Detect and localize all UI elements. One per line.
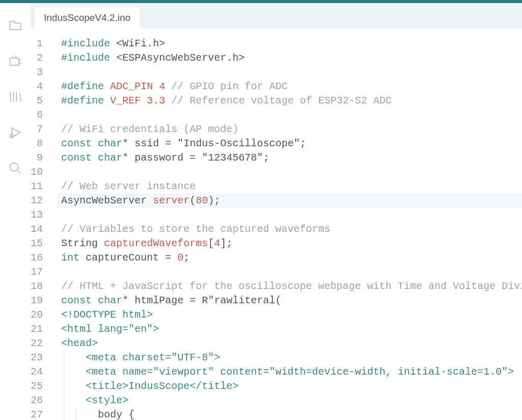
code-line[interactable]: int captureCount = 0; (57, 251, 522, 265)
code-token: V_REF (110, 95, 141, 107)
line-number: 21 (31, 322, 43, 336)
line-number: 22 (31, 336, 43, 351)
line-number: 3 (31, 65, 43, 80)
code-token: │ (61, 409, 73, 420)
code-token: "Indus-Oscilloscope" (177, 138, 300, 149)
code-token: <!DOCTYPE html> (61, 309, 153, 321)
svg-rect-0 (10, 58, 19, 65)
line-number: 6 (31, 108, 43, 122)
code-token: const (61, 295, 92, 306)
line-number: 7 (31, 122, 43, 137)
code-token: 0 (177, 252, 184, 264)
search-icon[interactable] (7, 160, 23, 176)
code-line[interactable] (57, 108, 522, 122)
code-line[interactable]: const char* ssid = "Indus-Oscilloscope"; (57, 137, 522, 151)
code-token: * ssid = (122, 138, 177, 149)
code-token: │ (73, 409, 86, 420)
code-line[interactable]: │ <meta charset="UTF-8"> (57, 351, 522, 365)
code-line[interactable]: #define ADC_PIN 4 // GPIO pin for ADC (57, 80, 522, 94)
main-container: IndusScopeV4.2.ino 123456789101112131415… (0, 3, 522, 420)
code-line[interactable]: │ │ body { (57, 408, 522, 420)
code-line[interactable]: // WiFi credentials (AP mode) (57, 122, 522, 137)
line-number: 16 (31, 251, 43, 265)
code-editor[interactable]: 1234567891011121314151617181920212223242… (31, 29, 522, 420)
code-token: ; (184, 252, 190, 264)
boards-icon[interactable] (7, 53, 23, 69)
code-token: * password = (122, 152, 202, 164)
line-number: 11 (31, 179, 43, 194)
code-token: String (61, 238, 104, 249)
code-line[interactable]: const char* password = "12345678"; (57, 151, 522, 165)
code-line[interactable] (57, 65, 522, 80)
content-area: IndusScopeV4.2.ino 123456789101112131415… (31, 3, 522, 420)
code-token: │ (61, 366, 73, 378)
code-line[interactable]: // Web server instance (57, 179, 522, 194)
code-token (165, 95, 171, 107)
sidebar (0, 3, 31, 420)
code-line[interactable]: AsyncWebServer server(80); (57, 194, 522, 208)
code-line[interactable]: #include <WiFi.h> (57, 37, 522, 51)
code-token: // Reference voltage of ESP32-S2 ADC (171, 95, 392, 107)
code-line[interactable]: // Variables to store the captured wavef… (57, 222, 522, 237)
line-number: 26 (31, 393, 43, 408)
code-token: <title>IndusScope</title> (86, 380, 239, 392)
svg-point-2 (10, 163, 18, 171)
line-number: 1 (31, 37, 43, 51)
code-token: // Variables to store the captured wavef… (61, 223, 330, 235)
code-line[interactable]: const char* htmlPage = R"rawliteral( (57, 294, 522, 308)
code-line[interactable]: String capturedWaveforms[4]; (57, 237, 522, 251)
code-line[interactable] (57, 265, 522, 279)
code-token: #define (61, 95, 104, 107)
code-token: const (61, 152, 92, 164)
code-line[interactable]: <head> (57, 336, 522, 351)
line-number: 15 (31, 237, 43, 251)
code-token: ; (263, 152, 269, 164)
code-line[interactable]: │ <meta name="viewport" content="width=d… (57, 365, 522, 379)
line-number: 4 (31, 80, 43, 94)
code-token: const (61, 138, 92, 149)
code-token (73, 395, 86, 406)
code-token: <html lang="en"> (61, 323, 159, 335)
tab-file[interactable]: IndusScopeV4.2.ino (35, 7, 140, 29)
code-token: int (61, 252, 80, 264)
code-token (153, 81, 159, 92)
code-line[interactable]: #include <ESPAsyncWebServer.h> (57, 51, 522, 65)
code-token: [ (208, 238, 214, 249)
code-line[interactable]: <!DOCTYPE html> (57, 308, 522, 322)
code-content[interactable]: #include <WiFi.h>#include <ESPAsyncWebSe… (57, 29, 522, 420)
code-token: "12345678" (202, 152, 263, 164)
code-token: #include (61, 52, 110, 64)
line-number-gutter: 1234567891011121314151617181920212223242… (31, 29, 57, 420)
line-number: 17 (31, 265, 43, 279)
line-number: 5 (31, 94, 43, 108)
code-token (73, 380, 86, 392)
line-number: 8 (31, 137, 43, 151)
code-line[interactable]: // HTML + JavaScript for the oscilloscop… (57, 279, 522, 294)
code-token: AsyncWebServer (61, 195, 153, 206)
code-token: * htmlPage = R (122, 295, 208, 306)
code-token (104, 81, 110, 92)
code-token: 4 (159, 81, 165, 92)
line-number: 18 (31, 279, 43, 294)
code-token: body { (86, 409, 135, 420)
library-icon[interactable] (7, 89, 23, 105)
code-token (165, 81, 171, 92)
tab-bar: IndusScopeV4.2.ino (31, 3, 522, 29)
folder-icon[interactable] (7, 17, 23, 34)
line-number: 19 (31, 294, 43, 308)
code-token: <style> (86, 395, 128, 406)
code-token: ]; (220, 238, 232, 249)
code-line[interactable]: │ <title>IndusScope</title> (57, 379, 522, 393)
code-token: │ (61, 395, 73, 406)
debug-icon[interactable] (7, 124, 23, 141)
code-line[interactable] (57, 208, 522, 222)
code-line[interactable] (57, 165, 522, 179)
code-token: captureCount = (80, 252, 177, 264)
code-token (73, 352, 86, 363)
code-line[interactable]: #define V_REF 3.3 // Reference voltage o… (57, 94, 522, 108)
code-line[interactable]: │ <style> (57, 393, 522, 408)
code-token (104, 95, 110, 107)
code-line[interactable]: <html lang="en"> (57, 322, 522, 336)
line-number: 27 (31, 408, 43, 420)
code-token: "rawliteral( (208, 295, 281, 306)
